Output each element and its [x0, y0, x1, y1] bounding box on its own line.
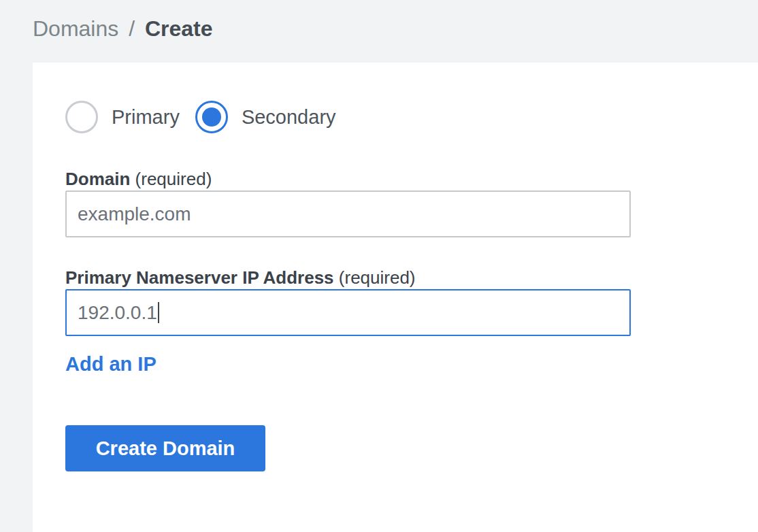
- radio-secondary-control[interactable]: [195, 101, 228, 133]
- create-domain-button[interactable]: Create Domain: [65, 425, 265, 471]
- ip-input-wrapper: [65, 289, 631, 336]
- domain-field-label: Domain (required): [65, 168, 758, 190]
- domain-type-radio-group: Primary Secondary: [65, 101, 758, 133]
- radio-option-primary[interactable]: Primary: [65, 101, 195, 133]
- radio-option-secondary[interactable]: Secondary: [195, 101, 352, 133]
- breadcrumb-domains-link[interactable]: Domains: [33, 16, 118, 41]
- create-domain-card: Primary Secondary Domain (required) Prim…: [33, 63, 758, 532]
- radio-selected-dot: [202, 107, 221, 127]
- radio-secondary-label: Secondary: [242, 106, 336, 129]
- breadcrumb: Domains / Create: [33, 15, 213, 42]
- add-ip-link[interactable]: Add an IP: [65, 353, 156, 376]
- breadcrumb-separator: /: [129, 16, 135, 41]
- text-cursor: [158, 302, 159, 323]
- ip-label-text: Primary Nameserver IP Address: [65, 267, 334, 288]
- domain-label-text: Domain: [65, 169, 130, 189]
- ip-field-label: Primary Nameserver IP Address (required): [65, 267, 758, 289]
- ip-required-text: (required): [339, 267, 416, 288]
- radio-primary-label: Primary: [112, 106, 180, 129]
- radio-primary-control[interactable]: [65, 101, 98, 133]
- domain-required-text: (required): [135, 169, 212, 189]
- domain-input[interactable]: [65, 190, 631, 237]
- breadcrumb-current-create: Create: [145, 16, 213, 41]
- ip-input[interactable]: [65, 289, 631, 336]
